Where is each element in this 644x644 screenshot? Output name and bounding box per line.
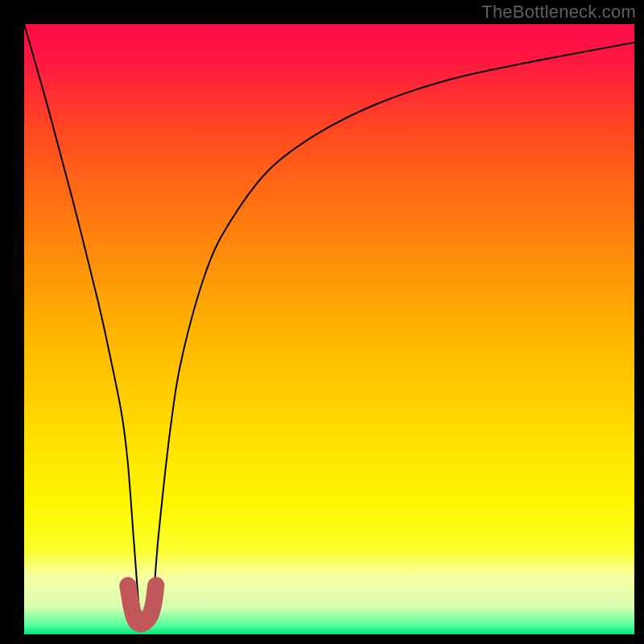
valley-right [143,607,159,623]
valley-left [128,608,144,624]
chart-svg [24,24,634,634]
watermark-text: TheBottleneck.com [481,2,636,23]
outer-frame: TheBottleneck.com [0,0,644,644]
plot-area [24,24,634,634]
gradient-background [24,24,634,634]
